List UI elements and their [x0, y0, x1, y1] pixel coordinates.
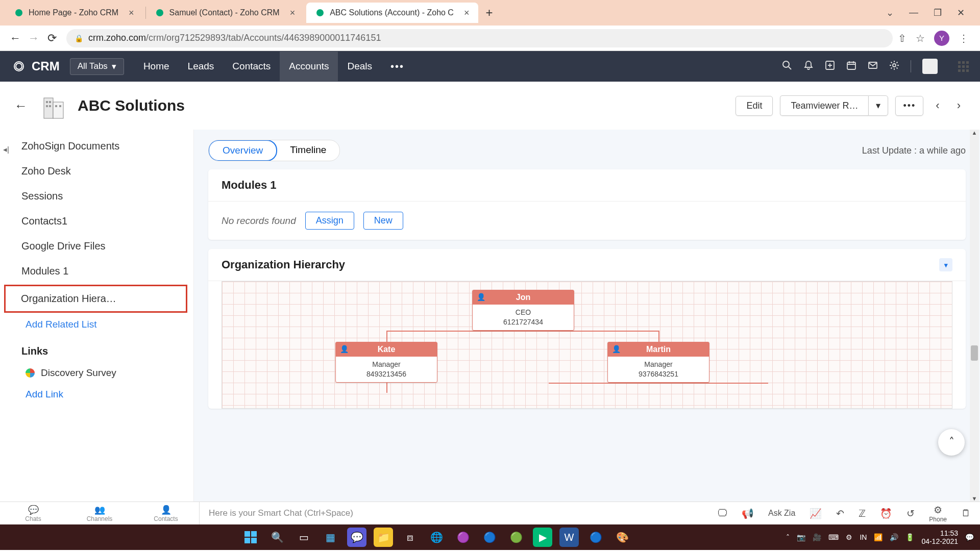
share-icon[interactable]: ⇧: [898, 32, 906, 44]
contacts-tab[interactable]: 👤Contacts: [133, 505, 199, 522]
profile-avatar[interactable]: Y: [934, 31, 949, 46]
plus-box-icon[interactable]: [825, 60, 835, 73]
za-icon[interactable]: ℤ: [859, 508, 866, 519]
paint-icon[interactable]: 🎨: [612, 528, 632, 547]
app-icon-4[interactable]: 🔵: [586, 528, 605, 547]
phone-widget[interactable]: ⚙Phone: [929, 504, 947, 523]
back-arrow[interactable]: ←: [14, 98, 28, 114]
browser-tab[interactable]: Samuel (Contact) - Zoho CRM ×: [146, 3, 305, 23]
assign-button[interactable]: Assign: [305, 212, 354, 230]
sticky-note-icon[interactable]: 🗒: [961, 508, 971, 519]
url-bar[interactable]: 🔒 crm.zoho.com/crm/org712529893/tab/Acco…: [66, 29, 893, 47]
add-link[interactable]: Add Link: [0, 384, 193, 405]
timeline-tab[interactable]: Timeline: [277, 140, 339, 161]
widgets-icon[interactable]: ▦: [321, 528, 340, 547]
org-node-martin[interactable]: 👤Martin Manager9376843251: [607, 342, 709, 383]
close-window-icon[interactable]: ✕: [957, 7, 965, 18]
discovery-survey-link[interactable]: Discovery Survey: [0, 362, 193, 384]
more-actions-button[interactable]: •••: [895, 96, 923, 116]
chrome-icon[interactable]: 🌐: [427, 528, 446, 547]
tray-camera-icon[interactable]: 📷: [797, 533, 805, 541]
bookmark-icon[interactable]: ☆: [916, 32, 925, 44]
all-tabs-dropdown[interactable]: All Tabs ▾: [70, 58, 124, 75]
next-record[interactable]: ›: [952, 99, 966, 112]
revert-icon[interactable]: ↶: [836, 508, 844, 519]
scroll-thumb[interactable]: [971, 345, 978, 361]
prev-record[interactable]: ‹: [930, 99, 944, 112]
add-related-list-link[interactable]: Add Related List: [0, 314, 193, 335]
nav-contacts[interactable]: Contacts: [223, 52, 280, 81]
back-button[interactable]: ←: [6, 29, 24, 47]
scroll-to-top-button[interactable]: ˄: [938, 429, 965, 456]
org-node-jon[interactable]: 👤Jon CEO6121727434: [472, 290, 574, 331]
vertical-scrollbar[interactable]: ▲ ▼: [970, 130, 979, 502]
tray-battery-icon[interactable]: 🔋: [905, 533, 914, 541]
org-chart-canvas[interactable]: 👤Jon CEO6121727434 👤Kate Manager84932134…: [222, 281, 952, 409]
tray-volume-icon[interactable]: 🔊: [890, 533, 898, 541]
app-icon-1[interactable]: 🟣: [453, 528, 473, 547]
tray-lang[interactable]: IN: [860, 533, 867, 541]
nav-leads[interactable]: Leads: [179, 52, 224, 81]
reload-button[interactable]: ⟳: [43, 29, 61, 47]
close-icon[interactable]: ×: [129, 8, 134, 18]
zia-chart-icon[interactable]: 📈: [810, 508, 822, 519]
maximize-icon[interactable]: ❐: [934, 7, 942, 18]
tab-dropdown-icon[interactable]: ⌄: [886, 7, 894, 18]
movies-icon[interactable]: ▶: [533, 528, 552, 547]
crm-logo[interactable]: CRM: [11, 59, 60, 74]
scroll-up-arrow[interactable]: ▲: [970, 130, 979, 136]
new-button[interactable]: New: [363, 212, 403, 230]
sidebar-item-sessions[interactable]: Sessions: [0, 184, 193, 209]
apps-grid-icon[interactable]: [958, 61, 969, 72]
screen-icon[interactable]: 🖵: [718, 508, 727, 519]
channels-tab[interactable]: 👥Channels: [66, 505, 133, 522]
new-tab-button[interactable]: +: [485, 6, 493, 20]
history-icon[interactable]: ↺: [906, 508, 915, 519]
start-button[interactable]: [241, 528, 260, 547]
gear-icon[interactable]: [889, 60, 899, 73]
app-icon-2[interactable]: 🔵: [480, 528, 499, 547]
search-taskbar-icon[interactable]: 🔍: [267, 528, 287, 547]
explorer-icon[interactable]: 📁: [374, 528, 393, 547]
search-icon[interactable]: [782, 60, 792, 73]
collapse-sidebar-icon[interactable]: ◂|: [3, 145, 9, 154]
tray-settings-icon[interactable]: ⚙: [846, 533, 852, 541]
calendar-icon[interactable]: [846, 60, 856, 73]
smart-chat-input[interactable]: Here is your Smart Chat (Ctrl+Space): [199, 502, 475, 524]
user-avatar[interactable]: [922, 59, 938, 74]
tray-keyboard-icon[interactable]: ⌨: [828, 533, 839, 541]
overview-tab[interactable]: Overview: [208, 140, 277, 161]
chats-tab[interactable]: 💬Chats: [0, 505, 66, 522]
sidebar-item-zohodesk[interactable]: Zoho Desk: [0, 159, 193, 184]
sidebar-item-modules1[interactable]: Modules 1: [0, 259, 193, 284]
dropbox-icon[interactable]: ⧈: [400, 528, 420, 547]
sidebar-item-zohosign[interactable]: ZohoSign Documents: [0, 134, 193, 159]
mail-icon[interactable]: [868, 60, 878, 73]
tray-notifications-icon[interactable]: 💬: [965, 533, 974, 541]
sidebar-item-org-hierarchy[interactable]: Organization Hiera…: [4, 285, 187, 313]
app-icon-3[interactable]: 🟢: [506, 528, 526, 547]
taskbar-clock[interactable]: 11:53 04-12-2021: [921, 529, 958, 545]
org-card-toggle[interactable]: ▾: [939, 258, 952, 271]
word-icon[interactable]: W: [559, 528, 579, 547]
teamviewer-button[interactable]: Teamviewer R…: [780, 95, 868, 116]
megaphone-icon[interactable]: 📢: [742, 508, 754, 519]
tray-chevron-icon[interactable]: ˄: [786, 533, 790, 541]
sidebar-item-gdrive[interactable]: Google Drive Files: [0, 234, 193, 259]
browser-tab-active[interactable]: ABC Solutions (Account) - Zoho C ×: [306, 3, 478, 23]
org-node-kate[interactable]: 👤Kate Manager8493213456: [335, 342, 437, 383]
taskview-icon[interactable]: ▭: [294, 528, 313, 547]
tray-video-icon[interactable]: 🎥: [813, 533, 821, 541]
nav-accounts[interactable]: Accounts: [280, 52, 338, 81]
browser-menu-icon[interactable]: ⋮: [959, 32, 969, 44]
nav-deals[interactable]: Deals: [338, 52, 381, 81]
sidebar-item-contacts1[interactable]: Contacts1: [0, 209, 193, 234]
clock-icon[interactable]: ⏰: [880, 508, 892, 519]
nav-home[interactable]: Home: [134, 52, 179, 81]
teamviewer-caret[interactable]: ▾: [868, 95, 888, 116]
bell-icon[interactable]: [803, 60, 814, 73]
browser-tab[interactable]: Home Page - Zoho CRM ×: [5, 3, 143, 23]
tray-wifi-icon[interactable]: 📶: [874, 533, 883, 541]
scroll-down-arrow[interactable]: ▼: [970, 495, 979, 502]
edit-button[interactable]: Edit: [736, 96, 773, 116]
